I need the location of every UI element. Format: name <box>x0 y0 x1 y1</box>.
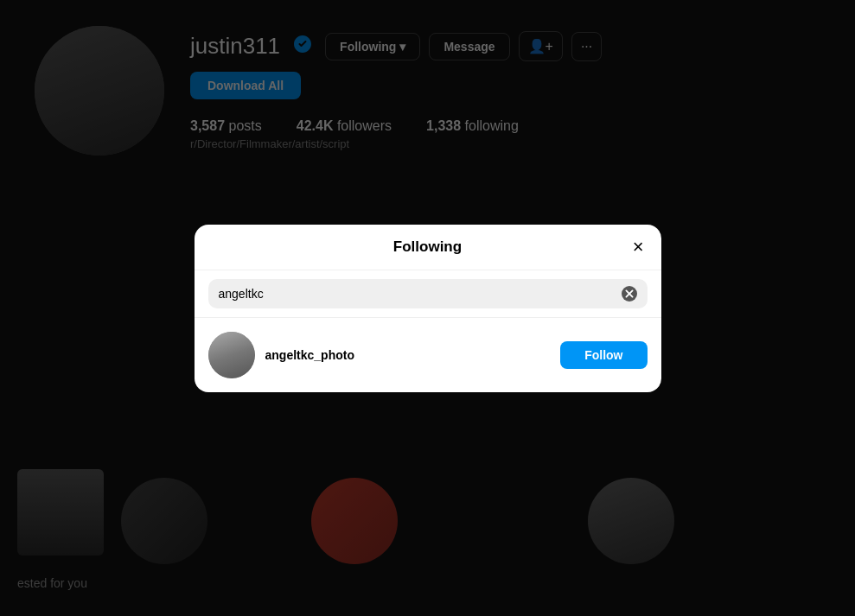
user-username: angeltkc_photo <box>265 348 551 362</box>
follow-button[interactable]: Follow <box>560 341 647 369</box>
user-list: angeltkc_photo Follow <box>195 318 661 392</box>
following-modal: Following × angeltkc_ <box>195 225 661 392</box>
list-item: angeltkc_photo Follow <box>195 325 661 385</box>
search-input-wrap <box>208 279 648 308</box>
modal-header: Following × <box>195 225 661 270</box>
user-info: angeltkc_photo <box>265 348 551 362</box>
search-section <box>195 270 661 318</box>
modal-title: Following <box>393 238 462 256</box>
search-clear-button[interactable] <box>622 286 637 302</box>
modal-close-button[interactable]: × <box>629 234 648 260</box>
search-input[interactable] <box>219 287 615 301</box>
avatar <box>208 332 255 378</box>
